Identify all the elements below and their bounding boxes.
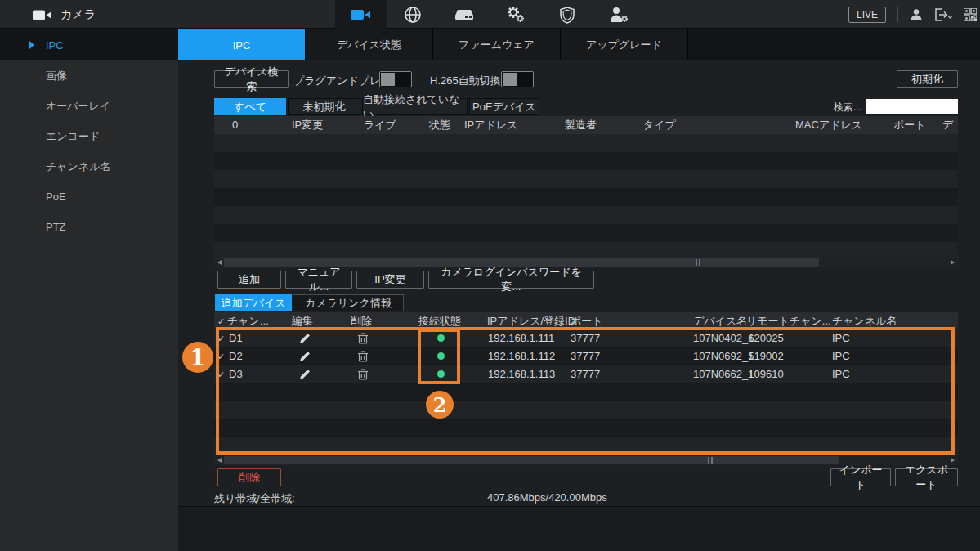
top-nav [335, 0, 644, 29]
scrollbar-grip [708, 457, 709, 464]
user-settings-icon [609, 7, 629, 23]
sidebar-item-image[interactable]: 画像 [0, 60, 178, 91]
sidebar-item-label: オーバーレイ [46, 99, 110, 114]
plug-and-play-label: プラグアンドプレイ [293, 74, 392, 88]
h265-label: H.265自動切換 [430, 74, 501, 88]
scroll-left-icon[interactable] [217, 260, 222, 265]
sidebar-item-label: 画像 [46, 69, 67, 83]
sidebar-item-ipc[interactable]: IPC [0, 29, 178, 60]
camera-nav-icon [351, 8, 371, 21]
ip-change-button[interactable]: IP変更 [356, 271, 424, 289]
tab-upgrade[interactable]: アップグレード [561, 29, 688, 60]
titlebar-right-group: LIVE [848, 0, 977, 29]
filter-tab-poe-device[interactable]: PoEデバイス [469, 98, 539, 115]
nav-camera-tab[interactable] [335, 0, 387, 29]
search-label: 検索... [834, 101, 861, 114]
col-status: 状態 [429, 116, 450, 134]
sidebar-item-label: PTZ [46, 221, 66, 233]
scrollbar-thumb[interactable] [224, 456, 839, 464]
filter-tab-uninitialized[interactable]: 未初期化 [288, 98, 360, 115]
discovery-table-header: 0 IP変更 ライブ 状態 IPアドレス 製造者 タイプ MACアドレス ポート… [214, 116, 958, 134]
annotation-rect-table [216, 327, 955, 455]
subtab-camera-link-info[interactable]: カメラリンク情報 [293, 294, 404, 311]
network-globe-icon [404, 6, 422, 24]
logout-icon[interactable] [934, 8, 952, 21]
col-ip-address: IPアドレス [464, 116, 518, 134]
initialize-button[interactable]: 初期化 [897, 70, 958, 88]
main-tab-bar: IPC デバイス状態 ファームウェア アップグレード [178, 29, 980, 60]
sidebar-item-overlay[interactable]: オーバーレイ [0, 91, 178, 121]
nav-security-tab[interactable] [541, 0, 593, 29]
table-row [214, 152, 958, 170]
gears-icon [506, 6, 526, 24]
toggle-knob [503, 73, 517, 86]
scroll-right-icon[interactable] [951, 260, 955, 265]
col-device-truncated: デ [942, 116, 953, 134]
col-ip-change: IP変更 [292, 116, 323, 134]
nav-storage-tab[interactable] [438, 0, 490, 29]
device-search-button[interactable]: デバイス検索 [214, 70, 289, 88]
annotation-step-1: 1 [182, 342, 213, 373]
filter-tab-all[interactable]: すべて [214, 98, 286, 115]
annotation-step-2: 2 [426, 391, 454, 419]
col-type: タイプ [643, 116, 676, 134]
scrollbar-grip [699, 259, 700, 266]
page-title-group: カメラ [33, 0, 96, 29]
col-manufacturer: 製造者 [565, 116, 597, 134]
sidebar: IPC 画像 オーバーレイ エンコード チャンネル名 PoE PTZ [0, 29, 178, 551]
titlebar-divider [897, 7, 898, 22]
h265-toggle[interactable] [501, 71, 534, 87]
toggle-knob [381, 73, 395, 86]
nav-account-tab[interactable] [593, 0, 644, 29]
chevron-right-icon [29, 41, 34, 49]
sidebar-item-label: チャンネル名 [46, 159, 111, 174]
plug-and-play-toggle[interactable] [379, 71, 412, 87]
qr-code-icon[interactable] [964, 8, 977, 21]
page-title: カメラ [60, 7, 96, 22]
annotation-rect-status-column [418, 329, 460, 384]
subtab-added-device[interactable]: 追加デバイス [215, 294, 292, 311]
tab-device-status[interactable]: デバイス状態 [306, 29, 433, 60]
scrollbar-grip [696, 259, 697, 266]
camera-icon [33, 9, 52, 21]
table-row [214, 206, 958, 224]
table-row [214, 242, 958, 258]
live-button[interactable]: LIVE [848, 7, 886, 23]
export-button[interactable]: エクスポート [895, 468, 958, 486]
tab-ipc[interactable]: IPC [178, 29, 306, 60]
shield-icon [560, 7, 575, 24]
storage-disk-icon [454, 8, 474, 21]
filter-tab-not-auto-connected[interactable]: 自動接続されていない [362, 98, 468, 115]
user-icon[interactable] [910, 8, 923, 21]
sidebar-item-label: エンコード [46, 129, 100, 144]
sidebar-item-channel-name[interactable]: チャンネル名 [0, 151, 178, 181]
add-button[interactable]: 追加 [217, 271, 281, 289]
sidebar-item-poe[interactable]: PoE [0, 181, 178, 212]
search-input[interactable] [866, 99, 958, 114]
sidebar-item-encode[interactable]: エンコード [0, 121, 178, 151]
col-count: 0 [232, 116, 238, 134]
delete-button[interactable]: 削除 [217, 468, 281, 486]
col-port: ポート [893, 116, 926, 134]
nav-network-tab[interactable] [387, 0, 438, 29]
table-row [214, 170, 958, 188]
tab-firmware[interactable]: ファームウェア [433, 29, 561, 60]
change-camera-password-button[interactable]: カメラログインパスワードを変... [428, 271, 594, 289]
sidebar-item-label: PoE [46, 190, 66, 203]
nav-settings-tab[interactable] [490, 0, 541, 29]
table-row [214, 224, 958, 242]
sidebar-item-ptz[interactable]: PTZ [0, 212, 178, 242]
manual-add-button[interactable]: マニュアル... [285, 271, 352, 289]
table-row [214, 134, 958, 152]
col-live: ライブ [364, 116, 396, 134]
bandwidth-value: 407.86Mbps/420.00Mbps [487, 491, 607, 504]
scroll-left-icon[interactable] [217, 458, 222, 463]
title-bar: カメラ [0, 0, 980, 29]
import-button[interactable]: インポート [830, 468, 891, 486]
app-window: カメラ [0, 0, 980, 551]
bandwidth-label: 残り帯域/全帯域: [214, 491, 295, 506]
sidebar-item-label: IPC [46, 39, 64, 52]
scrollbar-grip [711, 457, 713, 464]
col-mac-address: MACアドレス [795, 116, 862, 134]
table-row [214, 188, 958, 206]
